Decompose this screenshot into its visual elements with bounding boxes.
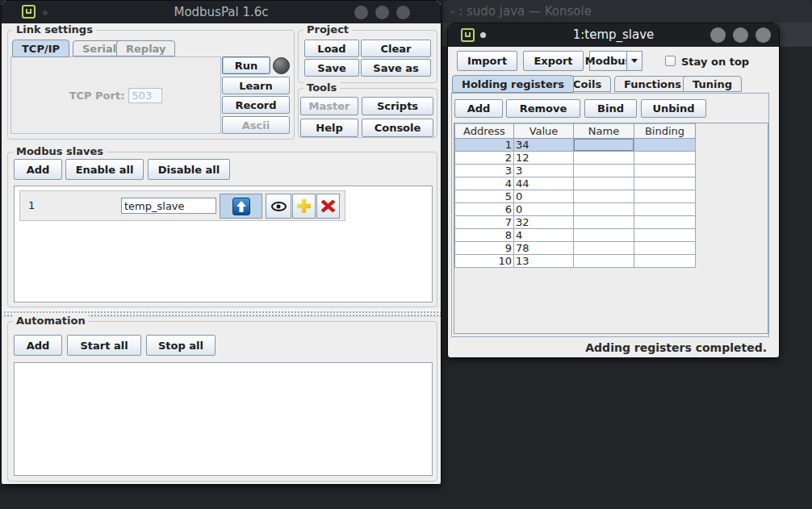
table-row[interactable]: 6 0 bbox=[455, 203, 696, 216]
clear-button[interactable]: Clear bbox=[361, 40, 431, 57]
master-button[interactable]: Master bbox=[300, 97, 358, 115]
cell-value[interactable]: 44 bbox=[514, 177, 574, 190]
column-header-name[interactable]: Name bbox=[574, 124, 634, 139]
slave-row[interactable]: 1 bbox=[19, 190, 345, 221]
close-button[interactable] bbox=[396, 6, 410, 19]
ascii-button[interactable]: Ascii bbox=[222, 116, 290, 134]
cell-binding[interactable] bbox=[634, 255, 696, 268]
cell-address[interactable]: 7 bbox=[455, 216, 514, 229]
console-button[interactable]: Console bbox=[362, 119, 433, 137]
register-unbind-button[interactable]: Unbind bbox=[641, 99, 706, 118]
table-row[interactable]: 4 44 bbox=[455, 177, 696, 190]
cell-value[interactable]: 13 bbox=[514, 255, 574, 268]
tab-functions[interactable]: Functions bbox=[614, 76, 691, 92]
register-bind-button[interactable]: Bind bbox=[584, 99, 637, 118]
tab-tcpip[interactable]: TCP/IP bbox=[12, 40, 69, 57]
cell-address[interactable]: 4 bbox=[455, 177, 514, 190]
cell-value[interactable]: 0 bbox=[514, 203, 574, 216]
table-row[interactable]: 8 4 bbox=[455, 229, 696, 242]
learn-button[interactable]: Learn bbox=[222, 77, 290, 94]
cell-binding[interactable] bbox=[634, 152, 696, 165]
cell-name[interactable] bbox=[574, 152, 634, 165]
cell-address[interactable]: 5 bbox=[455, 190, 514, 203]
cell-address[interactable]: 9 bbox=[455, 242, 514, 255]
maximize-button[interactable] bbox=[733, 27, 748, 43]
cell-value[interactable]: 0 bbox=[514, 190, 574, 203]
dropdown-arrow-button[interactable] bbox=[626, 52, 642, 70]
stay-on-top-checkbox[interactable] bbox=[665, 56, 676, 66]
record-button[interactable]: Record bbox=[222, 96, 290, 114]
cell-name[interactable] bbox=[574, 190, 634, 203]
start-all-button[interactable]: Start all bbox=[67, 335, 141, 356]
cell-address[interactable]: 6 bbox=[455, 203, 514, 216]
enable-all-button[interactable]: Enable all bbox=[65, 159, 144, 180]
cell-address[interactable]: 1 bbox=[455, 139, 514, 152]
modbuspal-titlebar[interactable]: ModbusPal 1.6c bbox=[2, 1, 441, 23]
column-header-value[interactable]: Value bbox=[514, 124, 574, 139]
table-row[interactable]: 5 0 bbox=[455, 190, 696, 203]
register-remove-button[interactable]: Remove bbox=[506, 99, 580, 118]
table-row[interactable]: 1 34 bbox=[455, 139, 696, 152]
register-add-button[interactable]: Add bbox=[454, 99, 503, 118]
protocol-dropdown[interactable]: Modbus bbox=[589, 51, 642, 71]
cell-name[interactable] bbox=[574, 229, 634, 242]
table-row[interactable]: 10 13 bbox=[455, 255, 696, 268]
slave-enabled-toggle[interactable] bbox=[220, 194, 262, 219]
cell-name[interactable] bbox=[574, 203, 634, 216]
cell-binding[interactable] bbox=[634, 203, 696, 216]
load-button[interactable]: Load bbox=[304, 40, 359, 57]
column-header-binding[interactable]: Binding bbox=[634, 124, 696, 139]
cell-address[interactable]: 8 bbox=[455, 229, 514, 242]
stop-all-button[interactable]: Stop all bbox=[146, 335, 216, 356]
column-header-address[interactable]: Address bbox=[455, 124, 514, 139]
cell-name[interactable] bbox=[574, 242, 634, 255]
close-button[interactable] bbox=[755, 27, 771, 43]
cell-binding[interactable] bbox=[634, 229, 696, 242]
save-as-button[interactable]: Save as bbox=[361, 59, 431, 77]
export-button[interactable]: Export bbox=[523, 51, 584, 71]
tab-tuning[interactable]: Tuning bbox=[683, 76, 742, 92]
cell-binding[interactable] bbox=[634, 190, 696, 203]
run-button[interactable]: Run bbox=[222, 56, 270, 74]
slave-view-button[interactable] bbox=[266, 194, 291, 219]
konsole-titlebar[interactable]: - : sudo java — Konsole bbox=[442, 0, 812, 23]
tcp-port-input[interactable] bbox=[128, 88, 162, 103]
table-row[interactable]: 3 3 bbox=[455, 165, 696, 177]
automation-add-button[interactable]: Add bbox=[14, 335, 62, 356]
tab-holding-registers[interactable]: Holding registers bbox=[452, 75, 574, 93]
cell-binding[interactable] bbox=[634, 177, 696, 190]
cell-binding[interactable] bbox=[634, 242, 696, 255]
cell-value[interactable]: 78 bbox=[514, 242, 574, 255]
scripts-button[interactable]: Scripts bbox=[362, 97, 433, 115]
cell-value[interactable]: 32 bbox=[514, 216, 574, 229]
minimize-button[interactable] bbox=[710, 27, 726, 43]
cell-binding[interactable] bbox=[634, 216, 696, 229]
minimize-button[interactable] bbox=[354, 6, 368, 19]
tab-replay[interactable]: Replay bbox=[116, 40, 175, 56]
help-button[interactable]: Help bbox=[300, 119, 358, 137]
cell-value[interactable]: 4 bbox=[514, 229, 574, 242]
table-row[interactable]: 9 78 bbox=[455, 242, 696, 255]
slave-duplicate-button[interactable] bbox=[292, 194, 316, 219]
slave-titlebar[interactable]: 1:temp_slave bbox=[448, 23, 779, 47]
cell-name[interactable] bbox=[574, 177, 634, 190]
cell-value[interactable]: 3 bbox=[514, 165, 574, 177]
cell-name[interactable] bbox=[574, 216, 634, 229]
cell-address[interactable]: 10 bbox=[455, 255, 514, 268]
import-button[interactable]: Import bbox=[457, 51, 517, 71]
cell-value[interactable]: 34 bbox=[514, 139, 574, 152]
slave-name-input[interactable] bbox=[121, 198, 216, 214]
cell-value[interactable]: 12 bbox=[514, 152, 574, 165]
cell-name[interactable] bbox=[574, 255, 634, 268]
cell-address[interactable]: 2 bbox=[455, 152, 514, 165]
maximize-button[interactable] bbox=[375, 6, 389, 19]
disable-all-button[interactable]: Disable all bbox=[148, 159, 230, 180]
slave-add-button[interactable]: Add bbox=[14, 159, 62, 180]
cell-address[interactable]: 3 bbox=[455, 165, 514, 177]
table-row[interactable]: 2 12 bbox=[455, 152, 696, 165]
save-button[interactable]: Save bbox=[304, 59, 359, 77]
cell-binding[interactable] bbox=[634, 165, 696, 177]
table-row[interactable]: 7 32 bbox=[455, 216, 696, 229]
cell-name[interactable] bbox=[574, 139, 634, 152]
slave-delete-button[interactable] bbox=[316, 194, 340, 219]
